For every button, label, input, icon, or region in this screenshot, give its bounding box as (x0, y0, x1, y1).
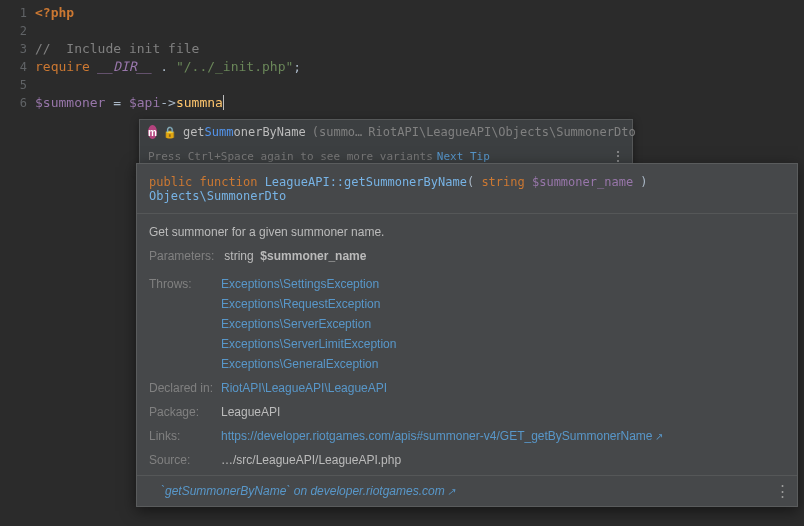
doc-signature: public function LeagueAPI::getSummonerBy… (137, 164, 797, 214)
external-link-icon: ↗ (447, 486, 455, 497)
doc-label-source: Source: (149, 453, 221, 467)
keyword-require: require (35, 59, 90, 74)
lock-icon: 🔒 (163, 126, 177, 139)
code-line[interactable]: <?php (35, 4, 301, 22)
doc-throws-link[interactable]: Exceptions\ServerLimitException (221, 337, 785, 351)
string-lit: "/../_init.php" (176, 59, 293, 74)
doc-declared-row: Declared in: RiotAPI\LeagueAPI\LeagueAPI (149, 381, 785, 395)
method-icon: m (148, 125, 157, 139)
doc-description: Get summoner for a given summoner name. (149, 225, 785, 239)
doc-package-value: LeagueAPI (221, 405, 280, 419)
doc-label-declared: Declared in: (149, 381, 221, 395)
typed-method: summna (176, 95, 224, 110)
line-number: 6 (0, 94, 27, 112)
doc-label-package: Package: (149, 405, 221, 419)
php-open-tag: <?php (35, 5, 74, 20)
next-tip-link[interactable]: Next Tip (437, 150, 490, 163)
code-line[interactable]: $summoner = $api->summna (35, 94, 301, 112)
doc-label-links: Links: (149, 429, 221, 443)
completion-name: getSummonerByName (183, 125, 306, 139)
doc-links-row: Links: https://developer.riotgames.com/a… (149, 429, 785, 443)
line-number: 3 (0, 40, 27, 58)
dot-op: . (152, 59, 175, 74)
line-number: 5 (0, 76, 27, 94)
arrow-op: -> (160, 95, 176, 110)
more-menu-icon[interactable]: ⋮ (775, 482, 789, 500)
quick-doc-popup[interactable]: public function LeagueAPI::getSummonerBy… (136, 163, 798, 507)
code-line[interactable]: // Include init file (35, 40, 301, 58)
completion-args: (summo… (312, 125, 363, 139)
assign: = (105, 95, 128, 110)
completion-item[interactable]: m 🔒 getSummonerByName(summo… RiotAPI\Lea… (140, 120, 632, 144)
more-menu-icon[interactable]: ⋮ (611, 148, 624, 164)
doc-source-value: …/src/LeagueAPI/LeagueAPI.php (221, 453, 401, 467)
external-link-icon: ↗ (655, 431, 663, 442)
code-line[interactable]: require __DIR__ . "/../_init.php"; (35, 58, 301, 76)
gutter: 1 2 3 4 5 6 (0, 0, 35, 116)
doc-throws-link[interactable]: Exceptions\GeneralException (221, 357, 785, 371)
magic-dir: __DIR__ (98, 59, 153, 74)
doc-throws-link[interactable]: Exceptions\RequestException (221, 297, 785, 311)
doc-label-throws: Throws: (149, 277, 221, 371)
doc-return-type[interactable]: Objects\SummonerDto (149, 189, 286, 203)
var-api: $api (129, 95, 160, 110)
doc-source-row: Source: …/src/LeagueAPI/LeagueAPI.php (149, 453, 785, 467)
semicolon: ; (293, 59, 301, 74)
doc-throws-link[interactable]: Exceptions\ServerException (221, 317, 785, 331)
doc-footer: `getSummonerByName` on developer.riotgam… (149, 484, 785, 498)
comment: // Include init file (35, 41, 199, 56)
doc-footer-link[interactable]: `getSummonerByName` on developer.riotgam… (161, 484, 445, 498)
code-editor[interactable]: 1 2 3 4 5 6 <?php // Include init file r… (0, 0, 804, 116)
line-number: 1 (0, 4, 27, 22)
code-line[interactable] (35, 22, 301, 40)
completion-return-type: RiotAPI\LeagueAPI\Objects\SummonerDto (368, 125, 635, 139)
code-line[interactable] (35, 76, 301, 94)
hint-text: Press Ctrl+Space again to see more varia… (148, 150, 433, 163)
doc-external-link[interactable]: https://developer.riotgames.com/apis#sum… (221, 429, 653, 443)
doc-label-parameters: Parameters: (149, 249, 221, 263)
doc-class-method[interactable]: LeagueAPI::getSummonerByName (265, 175, 467, 189)
line-number: 4 (0, 58, 27, 76)
doc-parameters-row: Parameters: string $summoner_name (149, 249, 785, 263)
doc-declared-link[interactable]: RiotAPI\LeagueAPI\LeagueAPI (221, 381, 387, 395)
code-area[interactable]: <?php // Include init file require __DIR… (35, 0, 301, 116)
doc-throws-row: Throws: Exceptions\SettingsException Exc… (149, 277, 785, 371)
doc-package-row: Package: LeagueAPI (149, 405, 785, 419)
line-number: 2 (0, 22, 27, 40)
separator (137, 475, 797, 476)
var-summoner: $summoner (35, 95, 105, 110)
doc-throws-link[interactable]: Exceptions\SettingsException (221, 277, 785, 291)
